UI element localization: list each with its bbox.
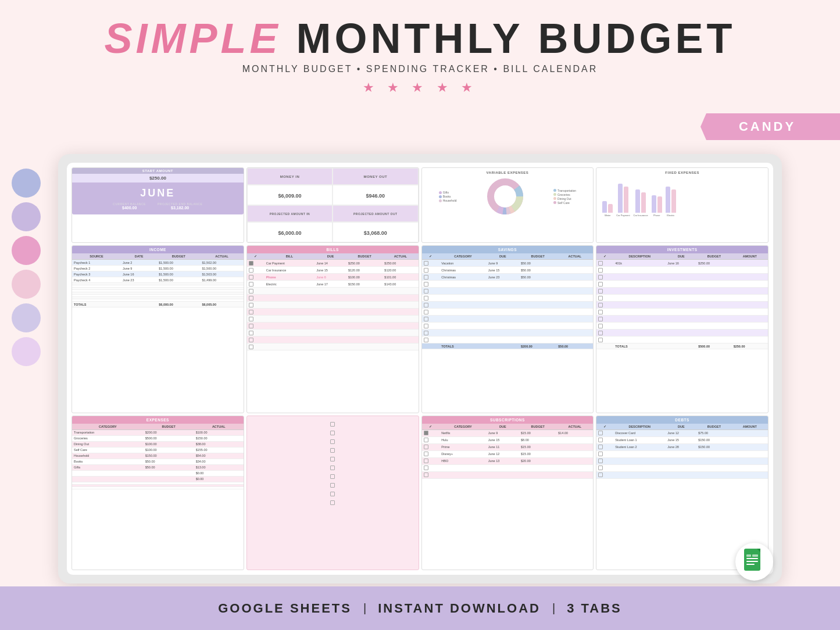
svg-rect-14: [752, 554, 758, 557]
subtitle: MONTHLY BUDGET • SPENDING TRACKER • BILL…: [0, 64, 840, 74]
income-table: SOURCEDATEBUDGETACTUAL Paycheck 1June 2$…: [72, 253, 244, 307]
income-section: INCOME SOURCEDATEBUDGETACTUAL Paycheck 1…: [72, 245, 244, 413]
proj-in-header: PROJECTED AMOUNT IN: [247, 205, 333, 222]
savings-table: ✓CATEGORYDUEBUDGETACTUAL VacationJune 9$…: [422, 253, 594, 349]
money-grid: MONEY IN MONEY OUT $6,009.00 $946.00 PRO…: [247, 168, 419, 242]
footer-sep2: |: [552, 602, 555, 615]
donut-legend-right: Transportation Groceries Dining Out Self…: [553, 188, 576, 205]
svg-rect-11: [746, 561, 758, 562]
color-circle-2: [12, 202, 41, 231]
investments-table: ✓DESCRIPTIONDUEBUDGETAMOUNT 401kJune 16$…: [596, 253, 768, 349]
main-data-grid: INCOME SOURCEDATEBUDGETACTUAL Paycheck 1…: [72, 245, 768, 570]
bar-electric: Electric: [666, 187, 676, 217]
footer-part2: INSTANT DOWNLOAD: [378, 601, 541, 616]
footer-sep1: |: [363, 602, 366, 615]
color-circle-5: [12, 303, 41, 332]
current-balance: CURRENT BALANCE $400.00: [113, 202, 146, 210]
bills-checkboxes: [246, 416, 419, 571]
candy-banner: CANDY: [700, 113, 840, 140]
donut-svg: [485, 176, 526, 217]
top-row: START AMOUNT $250.00 JUNE CURRENT BALANC…: [72, 167, 768, 243]
summary-box: START AMOUNT $250.00 JUNE CURRENT BALANC…: [72, 167, 244, 243]
bills-table: ✓BILLDUEBUDGETACTUAL Car PaymentJune 14$…: [247, 253, 419, 350]
variable-expenses-chart: VARIABLE EXPENSES Gifts Books Household: [421, 167, 594, 243]
subscriptions-header: SUBSCRIPTIONS: [422, 416, 594, 424]
bills-header: BILLS: [247, 246, 419, 253]
debts-header: DEBTS: [596, 416, 768, 424]
laptop-screen: START AMOUNT $250.00 JUNE CURRENT BALANC…: [67, 163, 773, 575]
money-in-header: MONEY IN: [247, 168, 333, 185]
color-circle-1: [12, 169, 41, 198]
money-out-header: MONEY OUT: [333, 168, 418, 185]
proj-in-value: $6,000.00: [247, 222, 333, 242]
svg-point-7: [496, 188, 514, 205]
money-in-value: $6,009.00: [247, 185, 333, 205]
svg-rect-13: [746, 554, 751, 557]
svg-rect-10: [746, 558, 758, 559]
footer-part3: 3 TABS: [567, 601, 622, 616]
laptop-mockup: START AMOUNT $250.00 JUNE CURRENT BALANC…: [58, 154, 782, 584]
bill-checkbox-list: [249, 421, 417, 506]
start-amount-header: START AMOUNT: [72, 168, 244, 174]
projected-balance: PROJECTED END BALANCE $3,182.00: [158, 202, 202, 210]
bills-section: BILLS ✓BILLDUEBUDGETACTUAL Car PaymentJu…: [246, 245, 419, 413]
donut-chart-container: Gifts Books Household: [425, 176, 591, 217]
bar-car-insurance: Car Insurance: [634, 189, 648, 217]
bar-chart: Water Car Payment Ca: [599, 176, 765, 217]
expenses-header: EXPENSES: [72, 416, 244, 424]
color-circle-3: [12, 236, 41, 265]
main-title: SIMPLE MONTHLY BUDGET: [0, 17, 840, 59]
bar-phone: Phone: [652, 195, 662, 217]
subscriptions-table: ✓CATEGORYDUEBUDGETACTUAL NetflixJune 9$1…: [422, 424, 594, 479]
title-monthly-budget: MONTHLY BUDGET: [281, 15, 735, 62]
debts-table: ✓DESCRIPTIONDUEBUDGETAMOUNT Discover Car…: [596, 424, 768, 479]
savings-header: SAVINGS: [422, 246, 594, 253]
expenses-section: EXPENSES CATEGORYBUDGETACTUAL Transporta…: [72, 416, 244, 571]
bar-car-payment: Car Payment: [616, 184, 630, 217]
month-title: JUNE: [140, 187, 175, 199]
start-amount-value: $250.00: [72, 174, 244, 182]
money-inout-box: MONEY IN MONEY OUT $6,009.00 $946.00 PRO…: [246, 167, 419, 243]
footer-part1: GOOGLE SHEETS: [218, 601, 352, 616]
balance-display: CURRENT BALANCE $400.00 PROJECTED END BA…: [113, 202, 202, 210]
header: SIMPLE MONTHLY BUDGET MONTHLY BUDGET • S…: [0, 0, 840, 101]
gs-svg: [743, 547, 766, 577]
svg-rect-12: [746, 564, 755, 565]
color-circle-4: [12, 270, 41, 299]
june-box: JUNE CURRENT BALANCE $400.00 PROJECTED E…: [72, 182, 244, 214]
money-out-value: $946.00: [333, 185, 418, 205]
expenses-table: CATEGORYBUDGETACTUAL Transportation$200.…: [72, 424, 244, 489]
fixed-expenses-chart: FIXED EXPENSES Water C: [596, 167, 768, 243]
donut-legend-left: Gifts Books Household: [439, 190, 457, 203]
proj-out-value: $3,068.00: [333, 222, 418, 242]
footer: GOOGLE SHEETS | INSTANT DOWNLOAD | 3 TAB…: [0, 586, 840, 630]
proj-out-header: PROJECTED AMOUNT OUT: [333, 205, 418, 222]
title-simple: SIMPLE: [104, 15, 281, 62]
color-palette: [12, 169, 41, 366]
color-circle-6: [12, 337, 41, 366]
star-rating: ★ ★ ★ ★ ★: [0, 80, 840, 95]
google-sheets-icon[interactable]: [735, 543, 773, 581]
income-header: INCOME: [72, 246, 244, 253]
investments-section: INVESTMENTS ✓DESCRIPTIONDUEBUDGETAMOUNT …: [596, 245, 768, 413]
bar-water: Water: [602, 201, 613, 217]
savings-section: SAVINGS ✓CATEGORYDUEBUDGETACTUAL Vacatio…: [421, 245, 594, 413]
svg-rect-8: [744, 549, 760, 571]
investments-header: INVESTMENTS: [596, 246, 768, 253]
subscriptions-section: SUBSCRIPTIONS ✓CATEGORYDUEBUDGETACTUAL N…: [421, 416, 594, 571]
